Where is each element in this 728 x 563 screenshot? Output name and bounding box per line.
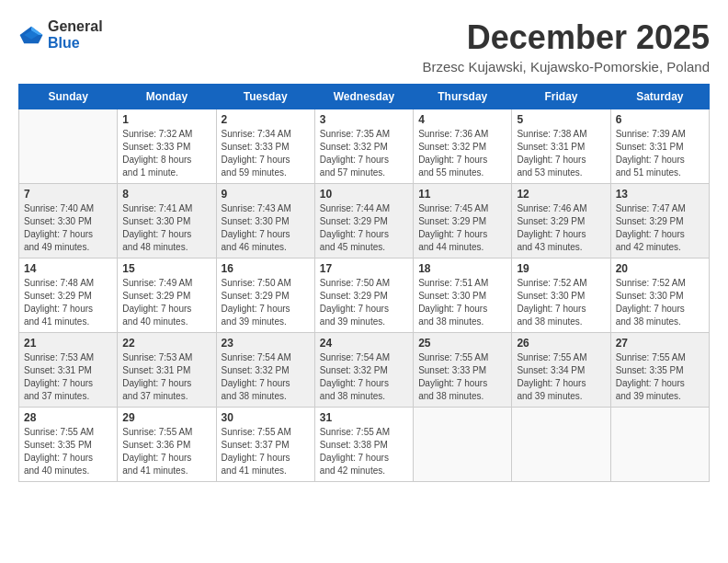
calendar-cell: 8Sunrise: 7:41 AMSunset: 3:30 PMDaylight… xyxy=(118,184,216,259)
day-number: 11 xyxy=(418,188,506,201)
calendar-cell: 27Sunrise: 7:55 AMSunset: 3:35 PMDayligh… xyxy=(610,333,709,408)
weekday-header-monday: Monday xyxy=(118,85,216,109)
day-number: 26 xyxy=(517,337,605,350)
cell-content: Sunrise: 7:52 AMSunset: 3:30 PMDaylight:… xyxy=(616,277,704,328)
cell-content: Sunrise: 7:50 AMSunset: 3:29 PMDaylight:… xyxy=(222,277,310,328)
day-number: 20 xyxy=(616,262,704,275)
logo-icon xyxy=(18,25,44,45)
calendar-cell: 5Sunrise: 7:38 AMSunset: 3:31 PMDaylight… xyxy=(512,109,610,184)
cell-content: Sunrise: 7:55 AMSunset: 3:37 PMDaylight:… xyxy=(222,426,310,477)
calendar-week-row: 14Sunrise: 7:48 AMSunset: 3:29 PMDayligh… xyxy=(19,259,710,333)
calendar-cell: 17Sunrise: 7:50 AMSunset: 3:29 PMDayligh… xyxy=(314,259,413,333)
day-number: 5 xyxy=(517,113,605,126)
calendar-week-row: 1Sunrise: 7:32 AMSunset: 3:33 PMDaylight… xyxy=(19,109,710,184)
cell-content: Sunrise: 7:44 AMSunset: 3:29 PMDaylight:… xyxy=(320,202,408,254)
cell-content: Sunrise: 7:55 AMSunset: 3:34 PMDaylight:… xyxy=(517,351,605,403)
calendar-cell: 19Sunrise: 7:52 AMSunset: 3:30 PMDayligh… xyxy=(512,259,610,333)
cell-content: Sunrise: 7:40 AMSunset: 3:30 PMDaylight:… xyxy=(24,202,112,254)
cell-content: Sunrise: 7:46 AMSunset: 3:29 PMDaylight:… xyxy=(517,202,605,254)
day-number: 14 xyxy=(24,262,112,275)
calendar-cell: 16Sunrise: 7:50 AMSunset: 3:29 PMDayligh… xyxy=(216,259,314,333)
day-number: 16 xyxy=(222,262,310,275)
day-number: 27 xyxy=(616,337,704,350)
calendar-cell: 9Sunrise: 7:43 AMSunset: 3:30 PMDaylight… xyxy=(216,184,314,259)
calendar-cell: 28Sunrise: 7:55 AMSunset: 3:35 PMDayligh… xyxy=(19,408,118,482)
day-number: 8 xyxy=(122,188,210,201)
logo-general: General xyxy=(48,18,103,34)
calendar-cell: 26Sunrise: 7:55 AMSunset: 3:34 PMDayligh… xyxy=(512,333,610,408)
calendar-cell: 7Sunrise: 7:40 AMSunset: 3:30 PMDaylight… xyxy=(19,184,118,259)
calendar-cell: 23Sunrise: 7:54 AMSunset: 3:32 PMDayligh… xyxy=(216,333,314,408)
cell-content: Sunrise: 7:50 AMSunset: 3:29 PMDaylight:… xyxy=(320,277,408,328)
day-number: 4 xyxy=(418,113,506,126)
cell-content: Sunrise: 7:54 AMSunset: 3:32 PMDaylight:… xyxy=(320,351,408,403)
cell-content: Sunrise: 7:34 AMSunset: 3:33 PMDaylight:… xyxy=(222,128,310,179)
cell-content: Sunrise: 7:35 AMSunset: 3:32 PMDaylight:… xyxy=(320,128,408,179)
calendar-cell: 12Sunrise: 7:46 AMSunset: 3:29 PMDayligh… xyxy=(512,184,610,259)
cell-content: Sunrise: 7:55 AMSunset: 3:33 PMDaylight:… xyxy=(418,351,506,403)
title-block: December 2025 Brzesc Kujawski, Kujawsko-… xyxy=(422,18,710,75)
day-number: 29 xyxy=(122,411,210,424)
calendar-cell: 18Sunrise: 7:51 AMSunset: 3:30 PMDayligh… xyxy=(414,259,512,333)
calendar-week-row: 21Sunrise: 7:53 AMSunset: 3:31 PMDayligh… xyxy=(19,333,710,408)
cell-content: Sunrise: 7:55 AMSunset: 3:38 PMDaylight:… xyxy=(320,426,408,477)
cell-content: Sunrise: 7:53 AMSunset: 3:31 PMDaylight:… xyxy=(24,351,112,403)
day-number: 3 xyxy=(320,113,408,126)
day-number: 23 xyxy=(222,337,310,350)
cell-content: Sunrise: 7:55 AMSunset: 3:35 PMDaylight:… xyxy=(616,351,704,403)
day-number: 10 xyxy=(320,188,408,201)
calendar-cell: 29Sunrise: 7:55 AMSunset: 3:36 PMDayligh… xyxy=(118,408,216,482)
cell-content: Sunrise: 7:53 AMSunset: 3:31 PMDaylight:… xyxy=(122,351,210,403)
cell-content: Sunrise: 7:32 AMSunset: 3:33 PMDaylight:… xyxy=(122,128,210,179)
cell-content: Sunrise: 7:36 AMSunset: 3:32 PMDaylight:… xyxy=(418,128,506,179)
cell-content: Sunrise: 7:48 AMSunset: 3:29 PMDaylight:… xyxy=(24,277,112,328)
day-number: 30 xyxy=(222,411,310,424)
cell-content: Sunrise: 7:52 AMSunset: 3:30 PMDaylight:… xyxy=(517,277,605,328)
calendar-cell: 20Sunrise: 7:52 AMSunset: 3:30 PMDayligh… xyxy=(610,259,709,333)
day-number: 6 xyxy=(616,113,704,126)
day-number: 24 xyxy=(320,337,408,350)
day-number: 21 xyxy=(24,337,112,350)
cell-content: Sunrise: 7:38 AMSunset: 3:31 PMDaylight:… xyxy=(517,128,605,179)
calendar-week-row: 28Sunrise: 7:55 AMSunset: 3:35 PMDayligh… xyxy=(19,408,710,482)
month-title: December 2025 xyxy=(422,18,710,57)
day-number: 18 xyxy=(418,262,506,275)
weekday-header-thursday: Thursday xyxy=(414,85,512,109)
cell-content: Sunrise: 7:54 AMSunset: 3:32 PMDaylight:… xyxy=(222,351,310,403)
calendar-cell xyxy=(610,408,709,482)
weekday-header-sunday: Sunday xyxy=(19,85,118,109)
calendar-cell: 13Sunrise: 7:47 AMSunset: 3:29 PMDayligh… xyxy=(610,184,709,259)
logo: General Blue xyxy=(18,18,103,52)
calendar-cell xyxy=(512,408,610,482)
day-number: 31 xyxy=(320,411,408,424)
calendar-cell: 4Sunrise: 7:36 AMSunset: 3:32 PMDaylight… xyxy=(414,109,512,184)
cell-content: Sunrise: 7:55 AMSunset: 3:35 PMDaylight:… xyxy=(24,426,112,477)
cell-content: Sunrise: 7:43 AMSunset: 3:30 PMDaylight:… xyxy=(222,202,310,254)
cell-content: Sunrise: 7:47 AMSunset: 3:29 PMDaylight:… xyxy=(616,202,704,254)
calendar-cell: 14Sunrise: 7:48 AMSunset: 3:29 PMDayligh… xyxy=(19,259,118,333)
cell-content: Sunrise: 7:45 AMSunset: 3:29 PMDaylight:… xyxy=(418,202,506,254)
day-number: 19 xyxy=(517,262,605,275)
cell-content: Sunrise: 7:39 AMSunset: 3:31 PMDaylight:… xyxy=(616,128,704,179)
calendar-cell: 22Sunrise: 7:53 AMSunset: 3:31 PMDayligh… xyxy=(118,333,216,408)
cell-content: Sunrise: 7:51 AMSunset: 3:30 PMDaylight:… xyxy=(418,277,506,328)
calendar-cell xyxy=(414,408,512,482)
calendar-cell: 6Sunrise: 7:39 AMSunset: 3:31 PMDaylight… xyxy=(610,109,709,184)
weekday-header-row: SundayMondayTuesdayWednesdayThursdayFrid… xyxy=(19,85,710,109)
day-number: 25 xyxy=(418,337,506,350)
weekday-header-saturday: Saturday xyxy=(610,85,709,109)
calendar-week-row: 7Sunrise: 7:40 AMSunset: 3:30 PMDaylight… xyxy=(19,184,710,259)
cell-content: Sunrise: 7:41 AMSunset: 3:30 PMDaylight:… xyxy=(122,202,210,254)
calendar-cell: 31Sunrise: 7:55 AMSunset: 3:38 PMDayligh… xyxy=(314,408,413,482)
day-number: 15 xyxy=(122,262,210,275)
day-number: 12 xyxy=(517,188,605,201)
calendar-table: SundayMondayTuesdayWednesdayThursdayFrid… xyxy=(18,84,710,482)
weekday-header-wednesday: Wednesday xyxy=(314,85,413,109)
calendar-cell: 10Sunrise: 7:44 AMSunset: 3:29 PMDayligh… xyxy=(314,184,413,259)
location-title: Brzesc Kujawski, Kujawsko-Pomorskie, Pol… xyxy=(422,59,710,75)
page-header: General Blue December 2025 Brzesc Kujaws… xyxy=(18,18,710,75)
logo-blue: Blue xyxy=(48,35,80,51)
day-number: 17 xyxy=(320,262,408,275)
calendar-cell: 21Sunrise: 7:53 AMSunset: 3:31 PMDayligh… xyxy=(19,333,118,408)
weekday-header-friday: Friday xyxy=(512,85,610,109)
